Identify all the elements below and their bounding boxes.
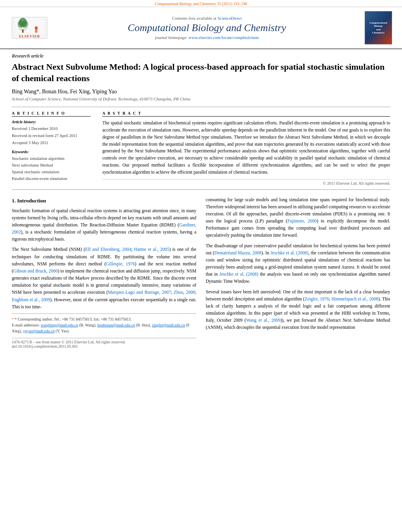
svg-rect-7 [35, 30, 37, 33]
section1-heading-text: 1. Introduction [12, 198, 46, 204]
journal-top-bar: Computational Biology and Chemistry 35 (… [0, 0, 402, 7]
keywords-section: Keywords: Stochastic simulation algorith… [12, 150, 91, 182]
sciencedirect-label: Contents lists available at ScienceDirec… [55, 16, 359, 20]
footnote-star: * * Corresponding author. Tel.: +86 731 … [12, 316, 196, 322]
ref-jeschke1[interactable]: Jeschke et al. (2008) [270, 250, 308, 255]
right-para3: Several issues have been left unresolved… [206, 288, 391, 331]
journal-citation: Computational Biology and Chemistry 35 (… [155, 2, 247, 6]
journal-homepage: journal homepage: www.elsevier.com/locat… [55, 35, 359, 40]
header-center: Contents lists available at ScienceDirec… [51, 16, 363, 40]
ref-himmelspach[interactable]: Himmelspach et al., 2008 [332, 297, 378, 301]
thumb-image: ComputationalBiologyandChemistry [365, 11, 392, 44]
footer-issn-doi: 1476-9271/$ – see front matter © 2011 El… [12, 340, 126, 348]
right-para2: The disadvantage of pure conservative pa… [206, 242, 391, 285]
right-para1: consuming for large scale models and lon… [206, 196, 391, 239]
elsevier-logo: ELSEVIER [8, 17, 51, 39]
keyword-2: Next subvolume Method [12, 162, 91, 169]
article-category: Research article [12, 53, 390, 59]
svg-point-4 [18, 20, 23, 28]
abstract-header: A B S T R A C T [102, 111, 390, 117]
email-xing[interactable]: xingfei@nudt.edu.cn [152, 323, 185, 327]
elsevier-tree-icon [16, 18, 43, 33]
elsevier-text: ELSEVIER [19, 34, 40, 38]
ref-zhou[interactable]: Zhou, 2008 [174, 290, 195, 295]
keyword-3: Spatial stochastic simulation [12, 169, 91, 176]
email-yao[interactable]: ypyao@nudt.edu.cn [23, 329, 54, 333]
body-divider [12, 189, 390, 190]
ref-dematre[interactable]: Dematréand Mazza, 2008 [214, 250, 261, 255]
footnote-email: E-mail addresses: wangbing@nudt.edu.cn (… [12, 322, 196, 334]
svg-point-6 [35, 26, 38, 30]
email-links[interactable]: wangbing@nudt.edu.cn [41, 323, 78, 327]
abstract-col: A B S T R A C T The spatial stochastic s… [102, 111, 390, 185]
body-left-col: 1. Introduction Stochastic formation of … [12, 196, 196, 348]
info-columns: A R T I C L E I N F O Article history: R… [12, 111, 390, 185]
keywords-label: Keywords: [12, 150, 91, 154]
ref-marquez[interactable]: Marquez-Lago and Burrage, 2007 [108, 290, 171, 295]
ref-gibson[interactable]: Gibson and Bruck, 2000 [13, 269, 58, 273]
ref-engblom[interactable]: Engblom et al., 2009 [12, 297, 50, 302]
authors: Bing Wang*, Bonan Hou, Fei Xing, Yiping … [12, 89, 390, 95]
footer-issn: 1476-9271/$ – see front matter © 2011 El… [12, 340, 126, 344]
footer-doi: doi:10.1016/j.compbiolchem.2011.05.001 [12, 344, 126, 348]
received-date: Received 1 December 2010 [12, 126, 91, 132]
logo-box: ELSEVIER [12, 17, 47, 39]
body-columns: 1. Introduction Stochastic formation of … [12, 196, 390, 348]
sciencedirect-link[interactable]: ScienceDirect [217, 16, 242, 20]
article-title: Abstract Next Subvolume Method: A logica… [12, 61, 390, 84]
accepted-date: Accepted 3 May 2011 [12, 140, 91, 146]
svg-point-5 [22, 20, 28, 28]
revised-date: Received in revised form 27 April 2011 [12, 133, 91, 139]
page-footer: 1476-9271/$ – see front matter © 2011 El… [12, 338, 196, 348]
footnote-section: * * Corresponding author. Tel.: +86 731 … [12, 313, 196, 334]
copyright: © 2011 Elsevier Ltd. All rights reserved… [102, 179, 390, 185]
homepage-url[interactable]: www.elsevier.com/locate/compbiolchem [189, 35, 259, 40]
ref-elf[interactable]: Elf and Ehrenberg, 2004 [85, 247, 131, 252]
ref-jeschke2[interactable]: Jeschke et al. (2008) [219, 272, 258, 276]
history-label: Article history: [12, 120, 91, 124]
article-info-col: A R T I C L E I N F O Article history: R… [12, 111, 91, 185]
body-right-col: consuming for large scale models and lon… [206, 196, 391, 348]
ref-wang2009[interactable]: Wang et al., 2009 [246, 318, 280, 323]
article-content: Research article Abstract Next Subvolume… [0, 49, 402, 356]
keyword-1: Stochastic simulation algorithm [12, 156, 91, 162]
abstract-text: The spatial stochastic simulation of bio… [102, 120, 390, 176]
ref-gardiner[interactable]: Gardiner, 2002 [12, 222, 196, 234]
journal-thumbnail: ComputationalBiologyandChemistry [363, 11, 394, 44]
journal-header: ELSEVIER Contents lists available at Sci… [0, 7, 402, 49]
ref-zeigler[interactable]: Zeigler, 1976 [305, 297, 329, 301]
article-info-header: A R T I C L E I N F O [12, 111, 91, 117]
section1-para1: Stochastic formation of spatial chemical… [12, 207, 196, 243]
ref-gillespie[interactable]: Gillespie, 1976 [106, 261, 135, 266]
section1-para2: The Next Subvolume Method (NSM) (Elf and… [12, 246, 196, 310]
ref-hattne[interactable]: Hattne et al., 2005 [134, 247, 169, 252]
keyword-4: Parallel discrete-event simulation [12, 176, 91, 182]
svg-rect-2 [22, 30, 24, 33]
affiliation: School of Computer Science, National Uni… [12, 96, 390, 101]
section1-heading: 1. Introduction [12, 198, 196, 204]
ref-fujimoto[interactable]: Fujimoto, 2000 [287, 219, 317, 223]
thumb-title: ComputationalBiologyandChemistry [369, 21, 387, 35]
journal-title: Computational Biology and Chemistry [55, 22, 359, 34]
page-wrapper: Computational Biology and Chemistry 35 (… [0, 0, 402, 532]
email-hou[interactable]: houbonan@nudt.edu.cn [97, 323, 135, 327]
divider [12, 107, 390, 107]
